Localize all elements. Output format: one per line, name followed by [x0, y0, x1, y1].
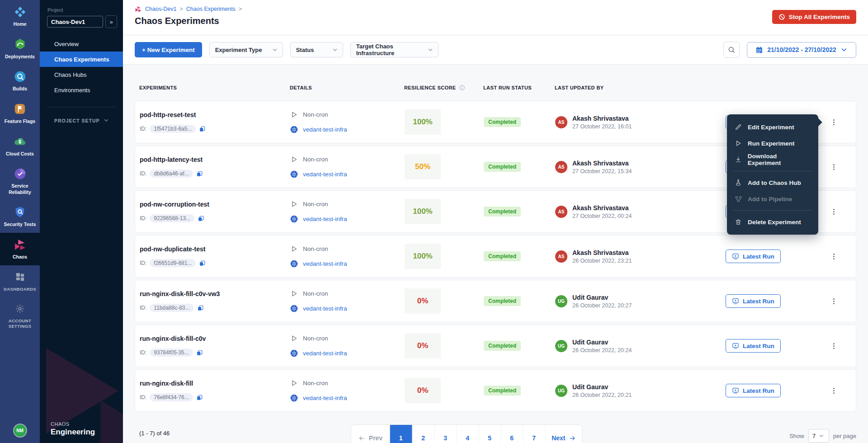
module-item-cloud-costs[interactable]: Cloud Costs: [0, 130, 40, 162]
target-infrastructure-filter[interactable]: Target Chaos Infrastructure: [350, 42, 439, 57]
actions-cell: Latest Run: [721, 294, 856, 308]
menu-item-delete[interactable]: Delete Experiment: [727, 214, 818, 230]
actions-cell: Latest Run: [721, 339, 856, 353]
page-button-3[interactable]: 3: [434, 425, 456, 443]
infrastructure-link[interactable]: vedant-test-infra: [303, 350, 347, 357]
copy-icon[interactable]: [196, 349, 203, 356]
page-button-4[interactable]: 4: [456, 425, 478, 443]
user-avatar[interactable]: NM: [14, 424, 26, 437]
module-label: Cloud Costs: [6, 151, 34, 157]
user-info: Akash Shrivastava 27 October 2022, 00:24: [572, 204, 632, 219]
updated-date: 27 October 2022, 00:24: [572, 213, 632, 219]
resilience-score: 0%: [417, 341, 429, 350]
copy-icon[interactable]: [199, 126, 206, 132]
menu-item-edit[interactable]: Edit Experiment: [727, 119, 818, 135]
latest-run-button[interactable]: Latest Run: [726, 294, 781, 308]
latest-run-button[interactable]: Latest Run: [726, 250, 781, 263]
experiment-cell: pod-nw-corruption-test ID: 92296568-13..…: [135, 201, 286, 222]
stop-all-experiments-button[interactable]: Stop All Experiments: [772, 10, 856, 24]
module-label: ACCOUNT SETTINGS: [1, 318, 39, 330]
copy-icon[interactable]: [197, 305, 204, 311]
sidebar-item-chaos-experiments[interactable]: Chaos Experiments: [40, 52, 123, 67]
page-button-7[interactable]: 7: [523, 425, 545, 443]
menu-item-run[interactable]: Run Experiment: [727, 135, 818, 151]
module-item-account-settings[interactable]: ACCOUNT SETTINGS: [0, 297, 40, 335]
module-item-service-reliability[interactable]: Service Reliability: [0, 162, 40, 200]
row-menu-button[interactable]: [828, 160, 840, 174]
experiment-row[interactable]: pod-nw-duplicate-test ID: f26651d9-681..…: [135, 235, 856, 278]
module-footer: CHAOS Engineering: [51, 421, 95, 437]
updated-by-cell: UG Udit Gaurav 26 October 2022, 20:24: [551, 339, 721, 353]
latest-run-button[interactable]: Latest Run: [726, 384, 781, 397]
prev-page-button[interactable]: Prev: [351, 425, 390, 443]
search-button[interactable]: [723, 42, 740, 58]
menu-item-chaos-hub[interactable]: Add to Chaos Hub: [727, 174, 818, 191]
experiment-name[interactable]: pod-http-latency-test: [140, 156, 286, 163]
filter-label: Status: [296, 47, 314, 53]
infrastructure-link[interactable]: vedant-test-infra: [303, 216, 347, 222]
module-item-builds[interactable]: Builds: [0, 65, 40, 97]
experiment-type-filter[interactable]: Experiment Type: [209, 42, 283, 57]
chevron-down-icon: [818, 433, 825, 439]
updated-date: 26 October 2022, 20:27: [572, 302, 632, 309]
experiment-row[interactable]: run-nginx-disk-fill ID: 76e8f434-76... N…: [135, 369, 856, 412]
experiment-name[interactable]: pod-nw-duplicate-test: [140, 245, 286, 253]
experiment-row[interactable]: run-nginx-disk-fill-c0v ID: 93784f05-35.…: [135, 325, 856, 367]
page-size-select[interactable]: 7: [808, 429, 829, 443]
user-name: Udit Gaurav: [572, 383, 632, 391]
copy-icon[interactable]: [198, 215, 204, 222]
new-experiment-button[interactable]: + New Experiment: [135, 42, 202, 57]
sidebar-item-environments[interactable]: Environments: [40, 82, 123, 98]
copy-icon[interactable]: [196, 394, 203, 401]
module-item-chaos[interactable]: Chaos: [0, 233, 40, 265]
row-menu-button[interactable]: [828, 339, 840, 353]
page-button-5[interactable]: 5: [478, 425, 500, 443]
status-filter[interactable]: Status: [290, 42, 343, 57]
experiment-name[interactable]: run-nginx-disk-fill-c0v-vw3: [140, 290, 286, 297]
sidebar-item-overview[interactable]: Overview: [40, 36, 123, 52]
experiment-name[interactable]: run-nginx-disk-fill-c0v: [140, 335, 286, 342]
resilience-score: 0%: [417, 297, 429, 306]
module-item-harness-home[interactable]: Home: [0, 0, 40, 33]
id-prefix: ID:: [140, 349, 146, 356]
infrastructure-link[interactable]: vedant-test-infra: [303, 305, 347, 312]
copy-icon[interactable]: [199, 260, 206, 267]
date-range-picker[interactable]: 21/10/2022 - 27/10/2022: [747, 42, 856, 58]
module-item-feature-flags[interactable]: Feature Flags: [0, 97, 40, 130]
infrastructure-link[interactable]: vedant-test-infra: [303, 260, 347, 267]
experiment-name[interactable]: pod-http-reset-test: [140, 111, 286, 118]
module-item-deployments[interactable]: Deployments: [0, 33, 40, 65]
module-item-dashboards[interactable]: DASHBOARDS: [0, 265, 40, 297]
kubernetes-icon: [290, 394, 298, 402]
experiment-name[interactable]: run-nginx-disk-fill: [140, 380, 286, 387]
infrastructure-link[interactable]: vedant-test-infra: [303, 395, 347, 401]
row-menu-button[interactable]: [828, 384, 840, 397]
module-item-security-tests[interactable]: Security Tests: [0, 200, 40, 233]
chaos-watermark: [40, 294, 123, 443]
breadcrumb-page[interactable]: Chaos Experiments: [186, 6, 236, 12]
row-menu-button[interactable]: [828, 115, 840, 129]
page-button-2[interactable]: 2: [412, 425, 434, 443]
sidebar-item-chaos-hubs[interactable]: Chaos Hubs: [40, 67, 123, 82]
resilience-score-box: 100%: [405, 244, 441, 269]
main-content: Chaos-Dev1 > Chaos Experiments > Chaos E…: [123, 0, 868, 443]
module-title: Engineering: [51, 428, 95, 437]
menu-item-download[interactable]: Download Experiment: [727, 151, 818, 168]
latest-run-button[interactable]: Latest Run: [726, 339, 781, 353]
infrastructure-link[interactable]: vedant-test-infra: [303, 126, 347, 133]
row-menu-button[interactable]: [828, 250, 840, 263]
page-button-6[interactable]: 6: [500, 425, 523, 443]
breadcrumb-project[interactable]: Chaos-Dev1: [145, 6, 176, 12]
experiment-name[interactable]: pod-nw-corruption-test: [140, 201, 286, 208]
info-icon[interactable]: [459, 85, 465, 91]
copy-icon[interactable]: [196, 170, 203, 177]
next-page-button[interactable]: Next: [545, 425, 582, 443]
page-button-1[interactable]: 1: [390, 425, 412, 443]
row-menu-button[interactable]: [828, 205, 840, 218]
project-setup-section[interactable]: PROJECT SETUP: [40, 117, 123, 124]
experiment-row[interactable]: run-nginx-disk-fill-c0v-vw3 ID: 11bda88c…: [135, 280, 856, 322]
collapse-sidebar-icon[interactable]: »: [105, 15, 117, 28]
infrastructure-link[interactable]: vedant-test-infra: [303, 171, 347, 178]
row-menu-button[interactable]: [828, 294, 840, 308]
project-select[interactable]: Chaos-Dev1: [47, 16, 103, 28]
